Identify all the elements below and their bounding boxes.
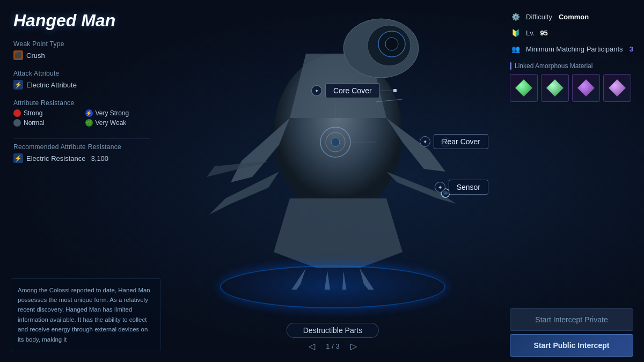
attack-attribute-label: Attack Attribute <box>13 70 150 77</box>
public-intercept-button[interactable]: Start Public Intercept <box>510 334 633 357</box>
strong-dot <box>13 109 21 117</box>
sensor-box: Sensor <box>449 180 488 195</box>
recommended-icon: ⚡ <box>13 153 23 163</box>
sensor-label: Sensor <box>457 183 480 191</box>
weak-point-row: ⬛ Crush <box>13 50 150 60</box>
part-counter: 1 / 3 <box>326 342 339 350</box>
destructible-bar: Destructible Parts ◁ 1 / 3 ▷ <box>287 323 379 351</box>
recommended-section: Recommended Attribute Resistance ⚡ Elect… <box>13 143 150 163</box>
participants-label: Minimum Matching Participants <box>526 45 623 53</box>
material-item-3 <box>572 74 600 102</box>
description-box: Among the Colossi reported to date, Hane… <box>11 278 161 351</box>
gem-purple-2 <box>609 79 626 97</box>
weak-point-type: Crush <box>26 51 45 60</box>
right-bottom: Start Intercept Private Start Public Int… <box>510 303 633 357</box>
attack-attribute-row: ⚡ Electric Attribute <box>13 80 150 90</box>
material-item-2 <box>541 74 569 102</box>
material-item-1 <box>510 74 538 102</box>
res-strong: Strong <box>13 109 79 117</box>
attribute-resistance-section: Attribute Resistance Strong ⚡ Very Stron… <box>13 99 150 127</box>
svg-point-5 <box>385 38 398 50</box>
difficulty-icon: ⚙️ <box>510 11 522 23</box>
destructible-label: Destructible Parts <box>287 323 379 338</box>
very-weak-dot: 🌿 <box>85 119 93 127</box>
attribute-resistance-label: Attribute Resistance <box>13 99 150 107</box>
difficulty-label: Difficulty <box>526 13 552 21</box>
level-label: Lv. <box>526 29 535 37</box>
recommended-row: ⚡ Electric Resistance 3,100 <box>13 153 150 163</box>
very-strong-label: Very Strong <box>96 109 129 117</box>
rear-cover-callout: ✦ Rear Cover <box>420 134 488 149</box>
weak-point-label: Weak Point Type <box>13 40 150 48</box>
rear-cover-icon: ✦ <box>420 136 430 147</box>
difficulty-value: Common <box>559 13 589 21</box>
gem-green-1 <box>515 79 532 97</box>
center-area: ✦ Core Cover ✦ Rear Cover ✦ Sensor Des <box>161 0 504 362</box>
monster-svg <box>199 11 467 290</box>
participants-icon: 👥 <box>510 43 522 55</box>
next-part-button[interactable]: ▷ <box>350 341 357 351</box>
sensor-icon: ✦ <box>435 182 445 193</box>
sensor-callout: ✦ Sensor <box>435 180 488 195</box>
linked-section: Linked Amorphous Material <box>510 62 633 102</box>
crush-icon: ⬛ <box>13 50 23 60</box>
gem-purple <box>577 79 595 97</box>
level-row: 🔰 Lv. 95 <box>510 27 633 39</box>
electric-icon: ⚡ <box>13 80 23 90</box>
level-icon: 🔰 <box>510 27 522 39</box>
core-cover-callout: ✦ Core Cover <box>311 83 397 98</box>
rear-cover-box: Rear Cover <box>434 134 488 149</box>
res-very-strong: ⚡ Very Strong <box>85 109 151 117</box>
prev-part-button[interactable]: ◁ <box>309 341 315 351</box>
participants-value: 3 <box>630 45 633 53</box>
main-container: Hanged Man Weak Point Type ⬛ Crush Attac… <box>0 0 644 362</box>
attack-attribute-type: Electric Attribute <box>26 81 77 89</box>
monster-area <box>199 11 467 290</box>
material-grid <box>510 74 633 102</box>
normal-label: Normal <box>24 119 45 127</box>
difficulty-row: ⚙️ Difficulty Common <box>510 11 633 23</box>
left-panel: Hanged Man Weak Point Type ⬛ Crush Attac… <box>0 0 161 362</box>
normal-dot <box>13 119 21 127</box>
destructible-nav: ◁ 1 / 3 ▷ <box>309 341 356 351</box>
recommended-type: Electric Resistance <box>26 154 86 162</box>
material-item-4 <box>603 74 631 102</box>
recommended-label: Recommended Attribute Resistance <box>13 143 150 151</box>
level-value: 95 <box>540 29 547 37</box>
description-text: Among the Colossi reported to date, Hane… <box>18 287 150 343</box>
private-intercept-button[interactable]: Start Intercept Private <box>510 308 633 331</box>
very-strong-dot: ⚡ <box>85 109 93 117</box>
rear-cover-label: Rear Cover <box>442 137 480 146</box>
res-normal: Normal <box>13 119 79 127</box>
right-top: ⚙️ Difficulty Common 🔰 Lv. 95 👥 Minimum … <box>510 11 633 303</box>
core-cover-label: Core Cover <box>333 86 372 95</box>
linked-title: Linked Amorphous Material <box>510 62 633 70</box>
participants-row: 👥 Minimum Matching Participants 3 <box>510 43 633 55</box>
gem-green-2 <box>546 79 564 97</box>
weak-point-section: Weak Point Type ⬛ Crush <box>13 40 150 62</box>
recommended-value: 3,100 <box>91 154 109 162</box>
attack-attribute-section: Attack Attribute ⚡ Electric Attribute <box>13 70 150 92</box>
res-very-weak: 🌿 Very Weak <box>85 119 151 127</box>
resistance-grid: Strong ⚡ Very Strong Normal 🌿 Very Weak <box>13 109 150 127</box>
strong-label: Strong <box>24 109 42 117</box>
platform-ring <box>220 265 445 308</box>
core-cover-box: Core Cover <box>325 83 380 98</box>
divider <box>13 138 150 139</box>
svg-point-8 <box>331 138 340 146</box>
core-cover-icon: ✦ <box>311 85 322 96</box>
right-panel: ⚙️ Difficulty Common 🔰 Lv. 95 👥 Minimum … <box>504 0 644 362</box>
very-weak-label: Very Weak <box>96 119 127 127</box>
boss-title: Hanged Man <box>13 11 150 31</box>
